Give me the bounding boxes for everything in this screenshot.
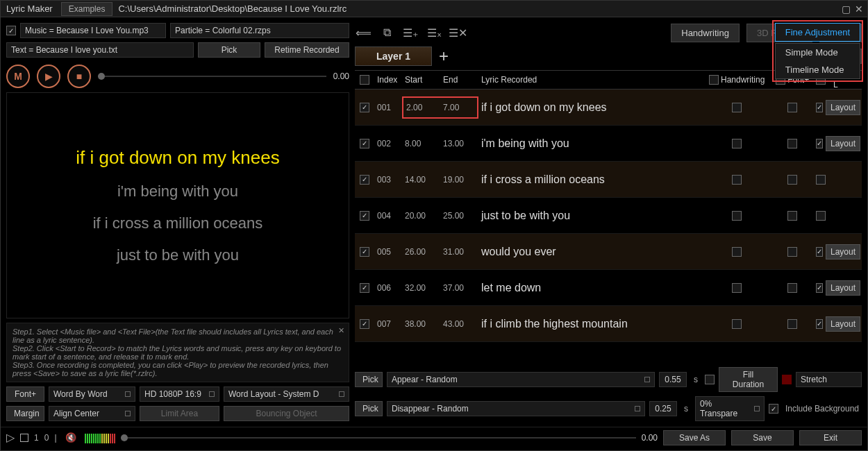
select-all-checkbox[interactable] (360, 75, 369, 85)
row-start[interactable]: 14.00 (402, 175, 440, 185)
layout-button[interactable]: Layout (826, 100, 860, 115)
text-field[interactable]: Text = Because I love you.txt (6, 42, 194, 58)
row-end[interactable]: 43.00 (440, 319, 478, 329)
pick-disappear-button[interactable]: Pick (355, 401, 383, 416)
word-layout-select[interactable]: Word Layout - System D (224, 386, 349, 402)
table-row[interactable]: 00526.0031.00would you everLayout (355, 234, 862, 270)
row-checkbox[interactable] (360, 247, 369, 257)
list-remove-icon[interactable]: ☰ₓ (426, 24, 442, 41)
row-hw-checkbox[interactable] (732, 139, 742, 148)
row-hw-checkbox[interactable] (732, 283, 742, 293)
hw-all-checkbox[interactable] (709, 75, 719, 85)
play-button[interactable]: ▶ (37, 65, 60, 88)
music-field[interactable]: Music = Because I Love You.mp3 (20, 23, 166, 38)
simple-mode-item[interactable]: Simple Mode (776, 44, 860, 61)
row-font-checkbox[interactable] (787, 175, 797, 185)
row-end[interactable]: 13.00 (440, 139, 478, 148)
row-checkbox[interactable] (360, 283, 369, 293)
row-lyric[interactable]: if i cross a million oceans (478, 173, 702, 186)
fill-duration-button[interactable]: Fill Duration (719, 367, 778, 392)
table-row[interactable]: 00738.0043.00if i climb the highest moun… (355, 306, 862, 342)
row-end[interactable]: 37.00 (440, 283, 478, 293)
row-hw-checkbox[interactable] (732, 247, 742, 257)
list-add-icon[interactable]: ☰₊ (402, 24, 419, 41)
back-icon[interactable]: ⟸ (355, 24, 372, 41)
row-checkbox[interactable] (360, 139, 369, 148)
table-row[interactable]: 00420.0025.00just to be with you (355, 198, 862, 234)
row-font-checkbox[interactable] (787, 283, 797, 293)
row-font-checkbox[interactable] (787, 103, 797, 112)
row-layout-checkbox[interactable] (816, 103, 823, 112)
save-as-button[interactable]: Save As (663, 430, 726, 445)
row-layout-checkbox[interactable] (816, 319, 823, 329)
maximize-icon[interactable]: ▢ (842, 3, 851, 15)
row-start[interactable]: 20.00 (402, 211, 440, 221)
handwriting-mode-button[interactable]: Handwriting (671, 24, 740, 42)
mode-m-button[interactable]: M (6, 65, 30, 88)
row-checkbox[interactable] (360, 175, 369, 185)
bookmark-icon[interactable]: ⧉ (378, 24, 395, 41)
row-layout-checkbox[interactable] (816, 283, 823, 293)
help-close-icon[interactable]: ✕ (338, 326, 344, 335)
row-start[interactable]: 2.00 (402, 96, 440, 119)
row-start[interactable]: 26.00 (402, 247, 440, 257)
row-hw-checkbox[interactable] (732, 319, 742, 329)
table-row[interactable]: 0028.0013.00i'm being with youLayout (355, 126, 862, 162)
disappear-select[interactable]: Disappear - Random (387, 401, 645, 416)
bottom-slider[interactable] (121, 437, 636, 439)
row-font-checkbox[interactable] (787, 319, 797, 329)
row-lyric[interactable]: i'm being with you (478, 137, 702, 150)
row-layout-checkbox[interactable] (816, 175, 826, 185)
word-by-word-select[interactable]: Word By Word (49, 386, 135, 402)
stop-icon[interactable] (20, 434, 28, 442)
time-slider[interactable] (98, 76, 326, 77)
row-checkbox[interactable] (360, 319, 369, 329)
row-lyric[interactable]: if i climb the highest mountain (478, 318, 702, 330)
include-bg-checkbox[interactable] (769, 404, 778, 414)
row-font-checkbox[interactable] (787, 247, 797, 257)
margin-button[interactable]: Margin (6, 406, 44, 421)
stretch-select[interactable]: Stretch (796, 372, 862, 387)
row-hw-checkbox[interactable] (732, 175, 742, 185)
row-layout-checkbox[interactable] (816, 211, 826, 221)
row-hw-checkbox[interactable] (732, 103, 742, 112)
disappear-duration-input[interactable]: 0.25 (649, 401, 677, 416)
transparency-select[interactable]: 0% Transpare (695, 396, 765, 421)
fine-adjustment-button[interactable]: Fine Adjustment (775, 23, 860, 42)
volume-icon[interactable]: 🔇 (62, 429, 79, 446)
row-lyric[interactable]: if i got down on my knees (478, 101, 702, 114)
row-end[interactable]: 31.00 (440, 247, 478, 257)
add-layer-icon[interactable]: + (439, 46, 449, 66)
row-lyric[interactable]: would you ever (478, 246, 702, 258)
row-checkbox[interactable] (360, 211, 369, 221)
examples-button[interactable]: Examples (61, 2, 113, 16)
timeline-mode-item[interactable]: Timeline Mode (776, 61, 860, 78)
color-swatch[interactable] (782, 375, 792, 384)
layout-button[interactable]: Layout (826, 244, 860, 259)
layout-button[interactable]: Layout (826, 316, 860, 332)
layout-button[interactable]: Layout (826, 280, 860, 296)
layer-tab[interactable]: Layer 1 (355, 46, 432, 66)
pick-button[interactable]: Pick (198, 42, 260, 58)
font-plus-button[interactable]: Font+ (6, 386, 44, 402)
row-lyric[interactable]: just to be with you (478, 210, 702, 222)
retime-button[interactable]: Retime Recorded (265, 42, 349, 58)
appear-select[interactable]: Appear - Random (387, 372, 655, 387)
row-layout-checkbox[interactable] (816, 139, 823, 148)
limit-area-button[interactable]: Limit Area (140, 406, 219, 421)
list-clear-icon[interactable]: ☰✕ (449, 24, 466, 41)
align-select[interactable]: Align Center (49, 406, 135, 421)
row-lyric[interactable]: let me down (478, 282, 702, 294)
exit-button[interactable]: Exit (799, 430, 862, 445)
row-start[interactable]: 8.00 (402, 139, 440, 148)
layout-button[interactable]: Layout (826, 136, 860, 151)
table-row[interactable]: 00632.0037.00let me downLayout (355, 270, 862, 306)
row-end[interactable]: 7.00 (440, 96, 478, 119)
row-end[interactable]: 25.00 (440, 211, 478, 221)
music-checkbox[interactable] (6, 26, 16, 35)
pick-appear-button[interactable]: Pick (355, 372, 383, 387)
table-row[interactable]: 0012.007.00if i got down on my kneesLayo… (355, 90, 862, 126)
fill-duration-checkbox[interactable] (705, 375, 715, 384)
row-start[interactable]: 32.00 (402, 283, 440, 293)
stop-button[interactable]: ■ (67, 65, 91, 88)
